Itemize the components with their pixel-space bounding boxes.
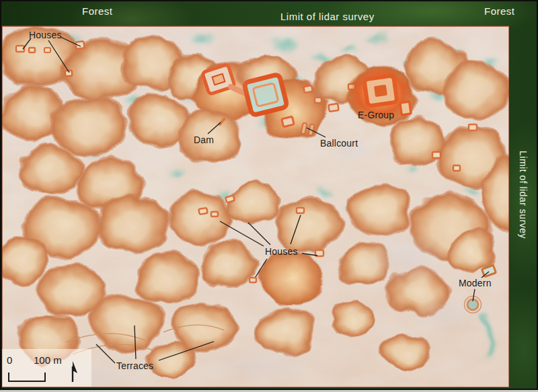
houses-nw-label: Houses (29, 30, 62, 40)
lidar-limit-label-right: Limit of lidar survey (518, 151, 529, 239)
terraces-label: Terraces (116, 360, 153, 371)
ballcourt-label: Ballcourt (320, 138, 358, 149)
houses-center-label: Houses (265, 246, 298, 257)
lidar-map (2, 26, 509, 387)
page-edge (0, 389, 538, 392)
dam-label: Dam (194, 134, 214, 145)
terrain-svg (2, 26, 509, 387)
lidar-limit-label-top: Limit of lidar survey (280, 11, 375, 22)
e-group-label: E-Group (358, 110, 394, 120)
forest-label-left: Forest (82, 5, 113, 17)
forest-label-right: Forest (484, 5, 515, 17)
scale-zero-label: 0 (7, 354, 12, 366)
modern-label: Modern (459, 278, 492, 288)
lidar-survey-figure: Forest Limit of lidar survey Forest Limi… (0, 0, 538, 392)
scale-distance-label: 100 m (34, 354, 62, 366)
